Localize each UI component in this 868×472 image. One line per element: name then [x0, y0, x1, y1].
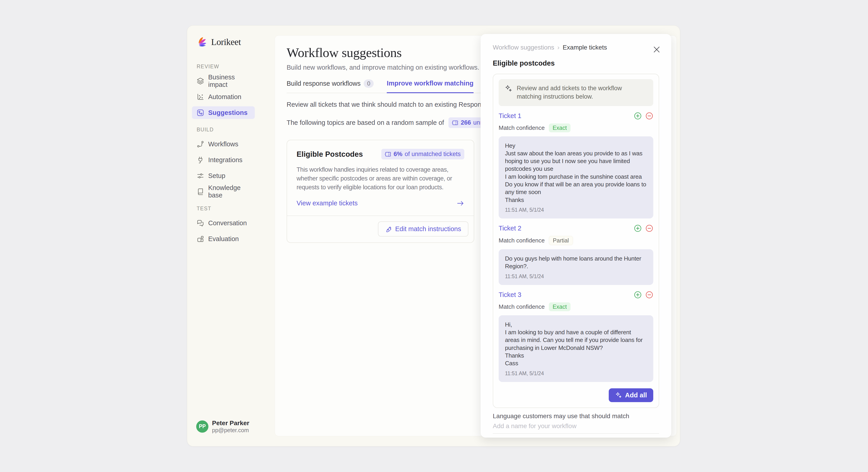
sidebar-item-label: Suggestions: [208, 109, 248, 116]
language-match-label: Language customers may use that should m…: [493, 413, 659, 420]
review-banner: Review and add tickets to the workflow m…: [499, 79, 653, 106]
sidebar-item-knowledge-base[interactable]: Knowledge base: [192, 185, 255, 198]
match-confidence-label: Match confidence: [499, 124, 545, 131]
tab-improve-workflow-matching[interactable]: Improve workflow matching: [387, 79, 473, 93]
edit-match-instructions-label: Edit match instructions: [395, 225, 461, 233]
chat-bubbles-icon: [197, 219, 204, 227]
sidebar-item-label: Workflows: [208, 141, 238, 148]
chip-count: 6%: [394, 151, 402, 158]
sample-text: The following topics are based on a rand…: [287, 119, 444, 126]
suggestions-icon: [197, 109, 204, 116]
workflow-name-input[interactable]: [493, 421, 659, 434]
sidebar-item-evaluation[interactable]: Evaluation: [192, 233, 255, 245]
brand-name: Lorikeet: [211, 37, 241, 47]
sidebar-item-label: Evaluation: [208, 235, 239, 243]
sidebar-item-label: Setup: [208, 172, 225, 180]
sidebar-item-label: Knowledge base: [208, 184, 255, 199]
sidebar-item-label: Automation: [208, 93, 241, 101]
view-example-tickets-link[interactable]: View example tickets: [297, 200, 358, 207]
blocks-icon: [197, 235, 204, 243]
section-test: TEST: [197, 206, 275, 212]
sidebar-item-label: Integrations: [208, 156, 243, 164]
sidebar-item-label: Conversation: [208, 219, 247, 227]
add-ticket-icon[interactable]: [634, 224, 642, 232]
user-profile[interactable]: PP Peter Parker pp@peter.com: [196, 419, 249, 434]
breadcrumb-parent[interactable]: Workflow suggestions: [493, 44, 554, 51]
section-review: REVIEW: [197, 64, 275, 70]
user-email: pp@peter.com: [212, 427, 249, 434]
example-tickets-drawer: Workflow suggestions › Example tickets E…: [480, 34, 671, 438]
ticket-icon: [452, 120, 458, 126]
add-all-label: Add all: [625, 391, 647, 399]
ticket-timestamp: 11:51 AM, 5/1/24: [505, 371, 647, 377]
ticket-message-text: Hey Just saw about the loan areas you pr…: [505, 142, 647, 204]
layers-icon: [197, 77, 204, 85]
sidebar-item-conversation[interactable]: Conversation: [192, 217, 255, 229]
confidence-badge: Partial: [549, 236, 573, 245]
plug-icon: [197, 156, 204, 164]
sliders-icon: [197, 172, 204, 180]
match-confidence-label: Match confidence: [499, 237, 545, 244]
tickets-card: Review and add tickets to the workflow m…: [493, 74, 659, 408]
ticket-2: Ticket 2 Match confidence Partial: [499, 224, 653, 285]
ticket-message: Hi, I am looking to buy and have a coupl…: [499, 315, 653, 382]
workflow-card-description: This workflow handles inquiries related …: [297, 165, 464, 192]
sidebar-item-workflows[interactable]: Workflows: [192, 138, 255, 150]
sparkles-icon: [504, 85, 512, 92]
sidebar-item-automation[interactable]: Automation: [192, 90, 255, 103]
add-ticket-icon[interactable]: [634, 291, 642, 299]
sidebar-item-suggestions[interactable]: Suggestions: [192, 106, 255, 119]
add-ticket-icon[interactable]: [634, 112, 642, 120]
arrow-right-icon[interactable]: [457, 200, 464, 206]
ticket-timestamp: 11:51 AM, 5/1/24: [505, 207, 647, 213]
ticket-2-link[interactable]: Ticket 2: [499, 225, 521, 232]
sparkles-icon: [615, 392, 622, 399]
confidence-badge: Exact: [549, 123, 571, 132]
sidebar-item-label: Business impact: [208, 73, 255, 88]
ticket-message: Hey Just saw about the loan areas you pr…: [499, 137, 653, 219]
book-icon: [197, 188, 204, 196]
banner-text: Review and add tickets to the workflow m…: [517, 84, 647, 101]
tab-count-badge: 0: [364, 79, 374, 88]
sidebar: Lorikeet REVIEW Business impact Automati…: [187, 26, 275, 446]
edit-match-instructions-button[interactable]: Edit match instructions: [378, 222, 468, 237]
remove-ticket-icon[interactable]: [645, 112, 653, 120]
ticket-message: Do you guys help with home loans around …: [499, 249, 653, 285]
breadcrumb: Workflow suggestions › Example tickets: [493, 44, 659, 51]
scatter-chart-icon: [197, 93, 204, 101]
ticket-3: Ticket 3 Match confidence Exact Hi: [499, 291, 653, 382]
ticket-1: Ticket 1 Match confidence Exact He: [499, 112, 653, 219]
tab-label: Build response workflows: [287, 80, 361, 87]
tab-build-response-workflows[interactable]: Build response workflows 0: [287, 79, 374, 93]
ticket-timestamp: 11:51 AM, 5/1/24: [505, 273, 647, 279]
chip-count: 266: [461, 119, 471, 126]
workflow-card-title: Eligible Postcodes: [297, 150, 363, 158]
brand-logo[interactable]: Lorikeet: [196, 36, 275, 48]
workflow-suggestion-card: Eligible Postcodes 6% of unmatched ticke…: [287, 140, 474, 243]
ticket-message-text: Do you guys help with home loans around …: [505, 255, 647, 270]
close-button[interactable]: [653, 46, 660, 53]
user-name: Peter Parker: [212, 419, 249, 427]
add-all-button[interactable]: Add all: [609, 388, 653, 402]
avatar: PP: [196, 420, 209, 433]
ticket-message-text: Hi, I am looking to buy and have a coupl…: [505, 321, 647, 367]
chip-text: of unmatched tickets: [405, 151, 461, 158]
route-icon: [197, 141, 204, 148]
ticket-icon: [385, 151, 391, 157]
percent-unmatched-chip: 6% of unmatched tickets: [381, 149, 464, 159]
tab-label: Improve workflow matching: [387, 80, 473, 87]
confidence-badge: Exact: [549, 302, 571, 311]
sidebar-item-setup[interactable]: Setup: [192, 169, 255, 182]
breadcrumb-current: Example tickets: [563, 44, 607, 51]
ticket-1-link[interactable]: Ticket 1: [499, 112, 521, 120]
close-icon: [653, 46, 660, 53]
match-confidence-label: Match confidence: [499, 303, 545, 310]
section-build: BUILD: [197, 127, 275, 133]
ticket-3-link[interactable]: Ticket 3: [499, 291, 521, 298]
drawer-heading: Eligible postcodes: [493, 59, 659, 67]
breadcrumb-separator: ›: [557, 44, 559, 51]
sidebar-item-integrations[interactable]: Integrations: [192, 153, 255, 166]
remove-ticket-icon[interactable]: [645, 224, 653, 232]
sidebar-item-business-impact[interactable]: Business impact: [192, 75, 255, 87]
remove-ticket-icon[interactable]: [645, 291, 653, 299]
